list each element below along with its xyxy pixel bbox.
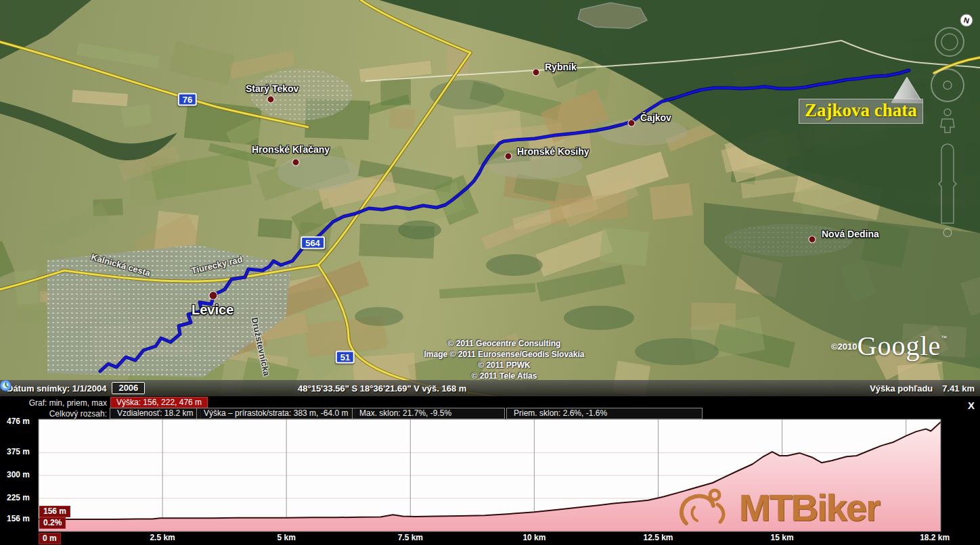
streaming-indicator-icon: [0, 380, 11, 391]
place-label: Rybník: [545, 62, 577, 72]
y-axis-tick: 476 m: [7, 417, 30, 426]
google-earth-window: N Starý TekovHronské KľačanyRybníkČajkov…: [0, 0, 980, 545]
place-dot[interactable]: [809, 236, 816, 243]
place-dot[interactable]: [267, 96, 274, 103]
place-dot[interactable]: [533, 69, 539, 76]
place-label: Hronské Kľačany: [252, 144, 330, 155]
eye-altitude-value: 7.41 km: [942, 383, 975, 394]
place-dot[interactable]: [292, 159, 299, 166]
road-number-badge: 76: [178, 93, 197, 106]
start-elevation-tag: 156 m: [39, 506, 70, 517]
logo-wordmark: Google: [858, 331, 941, 361]
north-indicator[interactable]: N: [960, 14, 973, 26]
place-label: Čajkov: [640, 112, 671, 123]
x-axis-tick: 2.5 km: [150, 533, 175, 542]
x-axis-tick: 15 km: [771, 533, 794, 542]
x-axis-tick: 12.5 km: [643, 533, 673, 542]
y-axis-tick: 375 m: [7, 447, 30, 456]
place-label: Starý Tekov: [246, 83, 298, 94]
place-dot[interactable]: [628, 120, 635, 126]
road-number-badge: 51: [336, 351, 355, 364]
copyright-text: © 2011 Geocentre ConsultingImage © 2011 …: [379, 338, 629, 381]
start-slope-tag: 0.2%: [39, 517, 66, 529]
x-axis-tick: 18.2 km: [920, 533, 950, 542]
place-dot[interactable]: [505, 153, 512, 160]
x-axis-tick: 5 km: [277, 533, 296, 542]
x-axis-tick: 10 km: [522, 533, 545, 542]
place-label: Levice: [192, 302, 233, 318]
place-label: Hronské Kosihy: [517, 146, 589, 157]
elevation-profile-panel: Graf: min, priem, max Výška: 156, 222, 4…: [0, 396, 980, 545]
destination-label: Zajkova chata: [805, 100, 917, 120]
road-number-badge: 564: [300, 237, 325, 250]
imagery-year-button[interactable]: 2006: [112, 382, 145, 394]
google-logo: ©2010Google™: [831, 330, 947, 362]
y-axis-tick: 156 m: [7, 514, 30, 523]
x-axis-tick: 0 m: [39, 533, 61, 544]
y-axis-tick: 225 m: [7, 493, 30, 502]
logo-year: ©2010: [831, 341, 858, 352]
map-viewport[interactable]: N Starý TekovHronské KľačanyRybníkČajkov…: [0, 0, 980, 396]
place-dot[interactable]: [209, 291, 217, 300]
elevation-chart[interactable]: [0, 396, 980, 545]
status-bar: Dátum snímky: 1/1/2004 2006 48°15'33.56"…: [0, 380, 980, 396]
imagery-date-label: Dátum snímky: 1/1/2004: [7, 383, 106, 394]
x-axis-tick: 7.5 km: [398, 533, 423, 542]
logo-tm: ™: [941, 335, 947, 341]
destination-label-box: Zajkova chata: [799, 99, 923, 124]
place-label: Nová Dedina: [822, 229, 879, 239]
y-axis-tick: 300 m: [7, 470, 30, 479]
pointer-coordinates: 48°15'33.56" S 18°36'21.69" V výš. 168 m: [298, 383, 616, 394]
eye-altitude-label: Výška pohľadu: [870, 383, 933, 394]
